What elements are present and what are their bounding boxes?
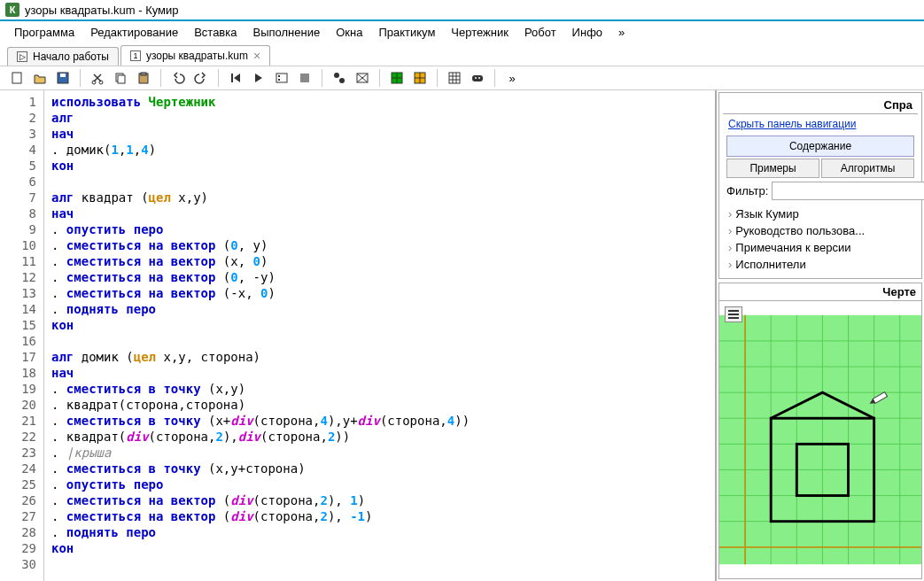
copy-button[interactable] [111, 68, 130, 88]
hide-nav-link[interactable]: Скрыть панель навигации [723, 114, 918, 134]
drawer-title: Черте [719, 283, 921, 301]
tree-item[interactable]: ›Язык Кумир [728, 205, 912, 222]
svg-rect-11 [278, 75, 280, 77]
open-file-button[interactable] [30, 68, 50, 88]
tab-label: Начало работы [33, 50, 109, 63]
tree-item[interactable]: ›Руководство пользова... [728, 222, 912, 239]
menu-item[interactable]: Окна [329, 24, 369, 41]
menu-item[interactable]: Робот [517, 24, 563, 41]
more-button[interactable]: » [502, 68, 522, 88]
svg-point-14 [334, 73, 339, 78]
menu-item[interactable]: » [611, 24, 632, 41]
menu-item[interactable]: Практикум [371, 24, 442, 41]
canvas-svg [719, 301, 921, 578]
paste-button[interactable] [134, 68, 153, 88]
tab-bar: ▷Начало работы1узоры квадраты.kum× [0, 43, 924, 66]
svg-rect-12 [278, 79, 280, 81]
help-title: Спра [723, 97, 918, 114]
canvas-menu-button[interactable] [725, 306, 742, 322]
help-tree: ›Язык Кумир›Руководство пользова...›Прим… [723, 204, 918, 275]
menu-item[interactable]: Программа [7, 24, 82, 41]
menu-bar: ПрограммаРедактированиеВставкаВыполнение… [0, 21, 924, 43]
save-file-button[interactable] [53, 68, 73, 88]
step-button[interactable] [272, 68, 291, 88]
menu-item[interactable]: Вставка [187, 24, 244, 41]
grid1-button[interactable] [387, 68, 407, 88]
game-button[interactable] [468, 68, 487, 88]
svg-point-15 [339, 78, 345, 83]
menu-item[interactable]: Инфо [565, 24, 610, 41]
line-gutter: 1234567891011121314151617181920212223242… [0, 90, 44, 581]
algorithms-button[interactable]: Алгоритмы [821, 159, 914, 178]
cut-button[interactable] [88, 68, 107, 88]
help-panel: Спра Скрыть панель навигации Содержание … [718, 92, 922, 279]
redo-button[interactable] [191, 68, 211, 88]
worlds-button[interactable] [353, 68, 372, 88]
menu-item[interactable]: Чертежник [444, 24, 516, 41]
svg-rect-9 [231, 74, 233, 82]
svg-rect-31 [719, 315, 921, 564]
menu-item[interactable]: Выполнение [245, 24, 327, 41]
grid2-button[interactable] [410, 68, 430, 88]
tab-icon: ▷ [17, 51, 27, 62]
svg-rect-2 [60, 74, 66, 77]
tab[interactable]: ▷Начало работы [7, 47, 119, 66]
svg-rect-0 [12, 73, 21, 83]
svg-point-30 [478, 77, 480, 79]
tab[interactable]: 1узоры квадраты.kum× [120, 45, 270, 66]
svg-rect-13 [300, 74, 309, 82]
editor[interactable]: 1234567891011121314151617181920212223242… [0, 90, 716, 581]
tab-icon: 1 [130, 50, 141, 61]
drawer-panel: Черте [718, 283, 922, 579]
undo-button[interactable] [168, 68, 188, 88]
run-button[interactable] [249, 68, 268, 88]
stop-button[interactable] [295, 68, 314, 88]
code-area[interactable]: использовать Чертежникалгнач. домик(1,1,… [44, 90, 715, 581]
drawer-canvas[interactable] [719, 301, 921, 578]
step-back-button[interactable] [226, 68, 245, 88]
filter-label: Фильтр: [726, 184, 768, 198]
window-title: узоры квадраты.kum - Кумир [25, 4, 179, 17]
close-icon[interactable]: × [253, 49, 260, 63]
tab-label: узоры квадраты.kum [146, 50, 248, 62]
svg-rect-8 [141, 73, 146, 75]
grid3-button[interactable] [445, 68, 464, 88]
tree-item[interactable]: ›Исполнители [728, 256, 912, 273]
svg-rect-28 [472, 75, 483, 81]
content-button[interactable]: Содержание [726, 136, 914, 157]
app-icon: К [5, 3, 19, 17]
new-file-button[interactable] [7, 68, 27, 88]
svg-rect-6 [118, 75, 125, 83]
svg-point-29 [475, 77, 477, 79]
title-bar: К узоры квадраты.kum - Кумир [0, 0, 924, 21]
toolbar: » [0, 66, 924, 90]
examples-button[interactable]: Примеры [726, 159, 819, 178]
svg-rect-10 [276, 74, 287, 82]
menu-item[interactable]: Редактирование [83, 24, 185, 41]
svg-rect-23 [449, 73, 460, 83]
tree-item[interactable]: ›Примечания к версии [728, 239, 912, 256]
actors-button[interactable] [330, 68, 349, 88]
filter-input[interactable] [772, 182, 924, 200]
